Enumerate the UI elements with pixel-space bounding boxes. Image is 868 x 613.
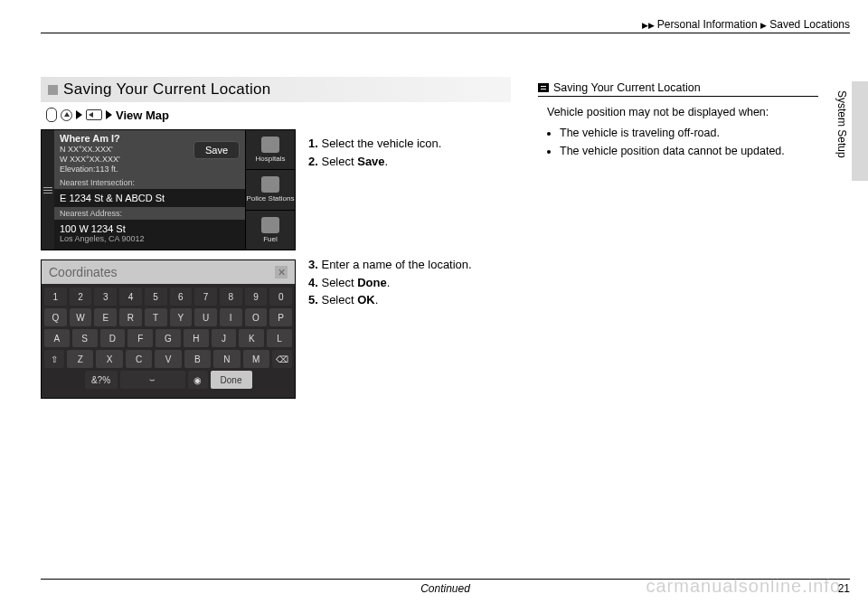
key-v[interactable]: V [155,350,181,368]
path-label: View Map [116,108,169,122]
key-a[interactable]: A [44,329,70,347]
name-input[interactable]: Coordinates ✕ [42,260,295,284]
key-b[interactable]: B [184,350,211,368]
step-4: 4. Select Done. [308,274,511,292]
key-p[interactable]: P [269,308,292,326]
key-9[interactable]: 9 [245,288,268,306]
info-sidebar: Saving Your Current Location Vehicle pos… [538,81,818,160]
key-j[interactable]: J [212,329,237,347]
key-7[interactable]: 7 [194,288,217,306]
info-title: Saving Your Current Location [553,81,701,94]
fuel-icon [261,217,279,233]
key-y[interactable]: Y [170,308,193,326]
key-space[interactable]: ⌣ [120,371,185,389]
nearest-addr-value: 100 W 1234 St Los Angeles, CA 90012 [54,220,245,247]
hamburger-strip[interactable] [42,130,54,250]
where-am-i-screen: Where Am I? N XX°XX.XXX' W XXX°XX.XXX' E… [41,129,296,250]
side-tab [852,81,868,181]
section-bullet-icon [48,85,58,95]
kb-row-2: A S D F G H J K L [44,329,292,347]
addr-line1: 100 W 1234 St [60,223,240,234]
hamburger-icon [43,187,52,193]
police-icon [261,176,279,193]
page-header: ▶▶ Personal Information ▶ Saved Location… [41,18,850,33]
kb-row-1: Q W E R T Y U I O P [44,308,292,326]
key-1[interactable]: 1 [44,288,67,306]
chevron-right-icon [76,110,82,119]
info-intro: Vehicle position may not be displayed wh… [547,104,818,121]
watermark: carmanualsonline.info [646,576,841,597]
key-u[interactable]: U [194,308,217,326]
key-x[interactable]: X [96,350,122,368]
info-bullet-1: The vehicle is traveling off-road. [560,125,818,142]
info-bullet-2: The vehicle position data cannot be upda… [560,143,818,160]
voice-icon [46,108,57,122]
nearest-int-value: E 1234 St & N ABCD St [54,189,245,207]
continued-label: Continued [420,582,470,595]
hospitals-button[interactable]: Hospitals [246,130,295,170]
key-k[interactable]: K [239,329,264,347]
addr-line2: Los Angeles, CA 90012 [60,234,240,243]
key-i[interactable]: I [220,308,242,326]
crumb-1: Personal Information [657,18,758,31]
step-1: 1. Select the vehicle icon. [308,135,511,153]
save-button[interactable]: Save [193,141,240,159]
elevation: Elevation:113 ft. [60,165,240,174]
key-c[interactable]: C [126,350,152,368]
back-icon [86,109,102,120]
key-5[interactable]: 5 [145,288,167,306]
clear-icon[interactable]: ✕ [275,266,288,278]
step-2: 2. Select Save. [308,153,511,171]
hospital-icon [261,137,279,153]
done-button[interactable]: Done [211,371,252,389]
section-title-text: Saving Your Current Location [63,80,271,99]
key-backspace[interactable]: ⌫ [272,350,292,368]
kb-row-num: 1 2 3 4 5 6 7 8 9 0 [44,288,292,306]
key-r[interactable]: R [119,308,142,326]
key-4[interactable]: 4 [119,288,142,306]
key-8[interactable]: 8 [220,288,242,306]
nearest-addr-label: Nearest Address: [54,207,245,220]
note-icon [538,83,549,92]
side-label-hospitals: Hospitals [256,155,286,163]
key-h[interactable]: H [184,329,209,347]
side-section-label: System Setup [835,90,848,158]
crumb-2: Saved Locations [769,18,850,31]
nav-path: View Map [41,108,511,129]
key-t[interactable]: T [145,308,167,326]
chevron-right-icon [106,110,112,119]
fuel-button[interactable]: Fuel [246,211,295,250]
kb-row-4: &?% ⌣ ◉ Done [44,371,292,389]
crumb-marker-icon: ▶▶ [642,21,655,30]
nearest-int-label: Nearest Intersection: [54,176,245,189]
key-s[interactable]: S [72,329,98,347]
key-3[interactable]: 3 [94,288,117,306]
home-icon [61,109,72,121]
side-label-police: Police Stations [247,194,295,203]
kb-row-3: ⇧ Z X C V B N M ⌫ [44,350,292,368]
section-title: Saving Your Current Location [41,77,511,102]
key-2[interactable]: 2 [70,288,92,306]
keyboard-screen: Coordinates ✕ 1 2 3 4 5 6 7 8 9 0 [41,259,296,399]
side-label-fuel: Fuel [263,235,278,243]
key-shift[interactable]: ⇧ [44,350,64,368]
key-d[interactable]: D [100,329,126,347]
key-e[interactable]: E [94,308,117,326]
key-0[interactable]: 0 [269,288,292,306]
input-text: Coordinates [49,265,118,279]
key-globe[interactable]: ◉ [188,371,208,389]
key-w[interactable]: W [70,308,92,326]
key-n[interactable]: N [213,350,240,368]
key-g[interactable]: G [156,329,181,347]
key-f[interactable]: F [127,329,153,347]
key-q[interactable]: Q [44,308,67,326]
crumb-sep-icon: ▶ [760,21,767,30]
key-6[interactable]: 6 [170,288,193,306]
key-l[interactable]: L [267,329,292,347]
key-z[interactable]: Z [67,350,93,368]
key-symbols[interactable]: &?% [85,371,118,389]
police-button[interactable]: Police Stations [246,170,295,210]
key-o[interactable]: O [245,308,268,326]
key-m[interactable]: M [243,350,269,368]
step-5: 5. Select OK. [308,291,511,309]
